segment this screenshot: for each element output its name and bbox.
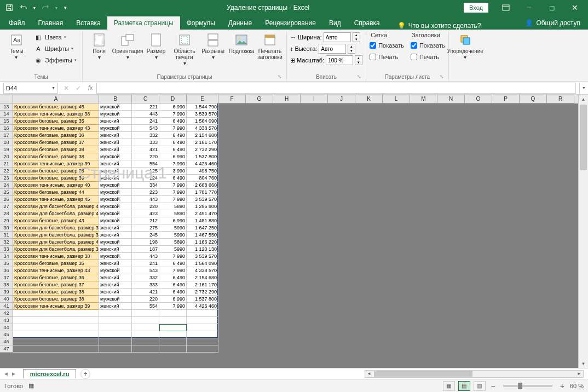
- tab-формулы[interactable]: Формулы: [180, 16, 222, 30]
- cell[interactable]: женский: [99, 260, 132, 267]
- cell[interactable]: 7 990: [159, 253, 187, 260]
- cell[interactable]: 5890: [159, 239, 187, 246]
- cell[interactable]: 6 490: [159, 118, 187, 125]
- background-button[interactable]: Подложка: [228, 32, 255, 55]
- sheet-nav-prev[interactable]: ◄: [3, 371, 9, 377]
- cell[interactable]: [187, 345, 218, 353]
- cell[interactable]: женский: [99, 139, 132, 146]
- undo-icon[interactable]: [18, 2, 30, 14]
- col-header-A[interactable]: A: [13, 95, 99, 103]
- cell[interactable]: 443: [132, 196, 159, 203]
- cell[interactable]: [132, 324, 159, 331]
- cell[interactable]: Кроссовки беговые, размер 35: [13, 168, 99, 175]
- col-header-J[interactable]: J: [328, 95, 355, 103]
- cell[interactable]: 1 166 220: [187, 239, 218, 246]
- cell[interactable]: мужской: [99, 103, 132, 111]
- cell[interactable]: 543: [132, 125, 159, 132]
- cell[interactable]: [99, 338, 132, 345]
- cell[interactable]: мужской: [99, 196, 132, 203]
- cell[interactable]: 2 491 470: [187, 210, 218, 217]
- row-header[interactable]: 20: [0, 153, 13, 160]
- cell[interactable]: женский: [99, 281, 132, 289]
- row-header[interactable]: 15: [0, 118, 13, 125]
- tell-me-input[interactable]: 💡 Что вы хотите сделать?: [397, 22, 481, 30]
- cell[interactable]: 245: [132, 232, 159, 239]
- col-header-G[interactable]: G: [246, 95, 273, 103]
- cell[interactable]: 7 990: [159, 303, 187, 310]
- col-header-R[interactable]: R: [547, 95, 574, 103]
- col-header-F[interactable]: F: [218, 95, 246, 103]
- row-header[interactable]: 35: [0, 260, 13, 267]
- row-header[interactable]: 30: [0, 224, 13, 232]
- orientation-button[interactable]: Ориентация▾: [114, 32, 141, 61]
- tab-данные[interactable]: Данные: [222, 16, 258, 30]
- cell[interactable]: 125: [132, 168, 159, 175]
- cell[interactable]: Кроссовки беговые, размер 35: [13, 260, 99, 267]
- row-header[interactable]: 47: [0, 345, 13, 353]
- col-header-Q[interactable]: Q: [520, 95, 547, 103]
- cell[interactable]: [13, 324, 99, 331]
- cell[interactable]: женский: [99, 274, 132, 281]
- col-header-L[interactable]: L: [383, 95, 410, 103]
- cell[interactable]: [132, 338, 159, 345]
- fx-icon[interactable]: fx: [84, 82, 96, 94]
- cell[interactable]: женский: [99, 168, 132, 175]
- cell[interactable]: женский: [99, 246, 132, 253]
- tab-рецензирование[interactable]: Рецензирование: [258, 16, 322, 30]
- cell[interactable]: 4 338 570: [187, 125, 218, 132]
- cell[interactable]: 3 990: [159, 168, 187, 175]
- cell[interactable]: 6 490: [159, 260, 187, 267]
- cell[interactable]: Кроссовки беговые, размер 36: [13, 274, 99, 281]
- cell[interactable]: 3 539 570: [187, 196, 218, 203]
- cell[interactable]: 1 647 250: [187, 224, 218, 232]
- tab-главная[interactable]: Главная: [32, 16, 70, 30]
- cell[interactable]: 1 544 790: [187, 103, 218, 111]
- cell[interactable]: мужской: [99, 182, 132, 189]
- normal-view-button[interactable]: ▦: [443, 381, 455, 391]
- cell[interactable]: [132, 345, 159, 353]
- row-header[interactable]: 22: [0, 168, 13, 175]
- cell[interactable]: Кроссовки теннисные, размер 43: [13, 267, 99, 274]
- cell[interactable]: 6 490: [159, 139, 187, 146]
- arrange-button[interactable]: Упорядочение▾: [452, 32, 479, 61]
- row-header[interactable]: 33: [0, 246, 13, 253]
- cell[interactable]: Кроссовки для баскетбола, размер 42: [13, 210, 99, 217]
- cell[interactable]: Кроссовки беговые, размер 36: [13, 132, 99, 139]
- height-spinner[interactable]: ▴▾: [348, 44, 355, 54]
- horizontal-scrollbar[interactable]: ◄►: [365, 370, 584, 378]
- cell[interactable]: 7 990: [159, 160, 187, 168]
- headings-show-checkbox[interactable]: Показать: [411, 40, 445, 51]
- size-button[interactable]: Размер▾: [143, 32, 169, 61]
- cell[interactable]: 220: [132, 296, 159, 303]
- row-header[interactable]: 36: [0, 267, 13, 274]
- cell[interactable]: мужской: [99, 189, 132, 196]
- cell[interactable]: 554: [132, 303, 159, 310]
- cell[interactable]: [13, 345, 99, 353]
- grid-show-checkbox[interactable]: Показать: [370, 40, 404, 51]
- margins-button[interactable]: Поля▾: [86, 32, 112, 61]
- cell[interactable]: мужской: [99, 267, 132, 274]
- cell[interactable]: женский: [99, 146, 132, 153]
- print-area-button[interactable]: Область печати▾: [171, 32, 198, 67]
- cell[interactable]: Кроссовки теннисные, размер 45: [13, 196, 99, 203]
- row-header[interactable]: 29: [0, 217, 13, 224]
- col-header-O[interactable]: O: [465, 95, 492, 103]
- cell[interactable]: Кроссовки теннисные, размер 39: [13, 160, 99, 168]
- zoom-slider[interactable]: [503, 385, 552, 387]
- cell[interactable]: 6 490: [159, 274, 187, 281]
- worksheet-grid[interactable]: ABCDEFGHIJKLMNOPQR 131415161718192021222…: [0, 95, 588, 368]
- cell[interactable]: [99, 345, 132, 353]
- cell[interactable]: Кроссовки беговые, размер 38: [13, 146, 99, 153]
- row-header[interactable]: 41: [0, 303, 13, 310]
- scale-spinner[interactable]: ▴▾: [355, 55, 362, 65]
- cell[interactable]: 332: [132, 132, 159, 139]
- cell[interactable]: 3 539 570: [187, 253, 218, 260]
- cell[interactable]: [132, 310, 159, 317]
- colors-button[interactable]: ◧Цвета▾: [32, 32, 79, 43]
- cell[interactable]: женский: [99, 303, 132, 310]
- row-header[interactable]: 26: [0, 196, 13, 203]
- cell[interactable]: 443: [132, 253, 159, 260]
- col-header-I[interactable]: I: [301, 95, 328, 103]
- row-header[interactable]: 23: [0, 175, 13, 182]
- cell[interactable]: 6 490: [159, 132, 187, 139]
